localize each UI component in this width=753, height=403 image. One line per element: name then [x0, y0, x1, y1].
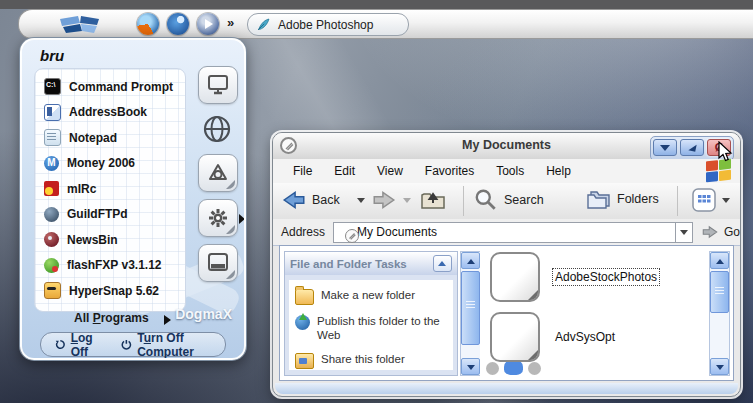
caption-buttons: Ø [650, 136, 734, 161]
thunderbird-icon[interactable] [167, 13, 189, 35]
my-documents-window: My Documents Ø FileEditViewFavoritesTool… [272, 132, 741, 397]
go-label: Go [724, 225, 740, 239]
close-button[interactable]: Ø [707, 139, 731, 156]
scrollbar-thumb[interactable] [461, 271, 480, 345]
program-item[interactable]: GuildFTPd [35, 202, 185, 228]
program-label: mIRc [67, 182, 96, 196]
start-button[interactable] [47, 11, 113, 37]
scroll-down-icon[interactable] [461, 358, 480, 375]
up-button[interactable] [419, 187, 447, 213]
task-panel: File and Folder Tasks Make a new folderP… [284, 251, 458, 376]
firefox-icon[interactable] [137, 13, 159, 35]
folder-tile-icon[interactable] [490, 312, 540, 362]
file-name[interactable]: AdobeStockPhotos [553, 269, 659, 285]
task-item[interactable]: Make a new folder [295, 288, 449, 305]
views-dropdown-icon[interactable] [722, 198, 730, 203]
start-menu-username: bru [40, 47, 64, 64]
network-globe-button[interactable] [198, 111, 236, 147]
desktop: » Adobe Photoshop bru Command PromptAddr… [0, 0, 753, 403]
task-label: Share this folder [321, 352, 405, 366]
go-button[interactable]: Go [700, 223, 740, 241]
display-icon [205, 251, 231, 275]
views-icon [691, 187, 717, 213]
folders-icon [585, 187, 612, 211]
menu-item-favorites[interactable]: Favorites [415, 161, 484, 181]
task-item[interactable]: Share this folder [295, 352, 449, 369]
dock-dot[interactable] [528, 362, 541, 375]
folders-label: Folders [617, 192, 659, 206]
scroll-down-icon[interactable] [710, 358, 729, 375]
settings-gear-icon [205, 206, 231, 230]
task-button-adobe-photoshop[interactable]: Adobe Photoshop [247, 13, 409, 36]
address-dropdown-button[interactable] [676, 222, 693, 243]
file-list: AdobeStockPhotosAdvSysOpt [480, 248, 710, 378]
log-off-button[interactable]: Log Off [55, 331, 105, 359]
menu-item-edit[interactable]: Edit [324, 161, 365, 181]
back-label: Back [312, 193, 340, 207]
folder-tile-icon[interactable] [490, 252, 540, 302]
program-item[interactable]: HyperSnap 5.62 [35, 278, 185, 304]
my-computer-icon [205, 73, 231, 97]
media-player-icon[interactable] [197, 13, 219, 35]
task-panel-body: Make a new folderPublish this folder to … [289, 280, 453, 370]
display-button[interactable] [198, 244, 238, 282]
scroll-up-icon[interactable] [461, 252, 480, 269]
mirc-icon [44, 181, 59, 196]
title-bar[interactable]: My Documents Ø [273, 133, 740, 160]
forward-button[interactable] [371, 187, 397, 213]
taskbar: » Adobe Photoshop [18, 9, 753, 39]
back-button[interactable]: Back [281, 187, 340, 213]
collapse-panel-icon[interactable] [433, 255, 452, 272]
settings-flyout-arrow-icon [239, 214, 245, 224]
task-panel-header[interactable]: File and Folder Tasks [285, 252, 457, 275]
program-label: Command Prompt [69, 80, 173, 94]
folders-button[interactable]: Folders [585, 187, 659, 211]
toolbar-separator [463, 186, 464, 216]
documents-button[interactable] [198, 154, 238, 192]
maximize-button[interactable] [680, 139, 704, 156]
program-label: NewsBin [67, 233, 118, 247]
menu-item-help[interactable]: Help [536, 161, 581, 181]
hypersnap-icon [44, 282, 61, 299]
all-programs-button[interactable]: All Programs [74, 311, 149, 325]
quick-launch-overflow-chevron[interactable]: » [227, 15, 234, 30]
turn-off-computer-button[interactable]: Turn Off Computer [121, 331, 225, 359]
search-button[interactable]: Search [473, 187, 544, 213]
back-icon [281, 187, 307, 213]
file-name[interactable]: AdvSysOpt [553, 329, 617, 345]
program-item[interactable]: NewsBin [35, 227, 185, 253]
menu-item-file[interactable]: File [283, 161, 322, 181]
program-item[interactable]: AddressBook [35, 100, 185, 126]
dock-dot[interactable] [486, 362, 499, 375]
windows-flag-icon [52, 11, 108, 37]
power-icon [121, 338, 132, 351]
program-item[interactable]: flashFXP v3.1.12 [35, 253, 185, 279]
program-item[interactable]: Command Prompt [35, 74, 185, 100]
start-menu: bru Command PromptAddressBookNotepadMone… [20, 38, 246, 360]
new-folder-icon [295, 289, 314, 305]
address-label: Address [281, 225, 325, 239]
publish-icon [295, 315, 310, 330]
task-item[interactable]: Publish this folder to the Web [295, 314, 449, 343]
program-item[interactable]: Money 2006 [35, 151, 185, 177]
forward-dropdown-icon[interactable] [403, 198, 411, 203]
address-combobox[interactable]: My Documents [333, 222, 676, 243]
file-item: AdobeStockPhotos [490, 252, 659, 302]
my-computer-button[interactable] [198, 66, 238, 104]
toolbar-spacer [573, 186, 574, 216]
back-dropdown-icon[interactable] [357, 198, 365, 203]
program-item[interactable]: mIRc [35, 176, 185, 202]
scrollbar-thumb[interactable] [710, 271, 729, 313]
menu-item-tools[interactable]: Tools [486, 161, 534, 181]
address-folder-icon [345, 229, 359, 243]
program-label: Notepad [69, 131, 117, 145]
menu-item-view[interactable]: View [367, 161, 413, 181]
program-list: Command PromptAddressBookNotepadMoney 20… [34, 68, 186, 312]
feather-icon [256, 17, 271, 32]
settings-button[interactable] [198, 199, 238, 237]
toolbar-separator-2 [677, 186, 678, 216]
scroll-up-icon[interactable] [710, 252, 729, 269]
views-button[interactable] [691, 187, 730, 213]
program-item[interactable]: Notepad [35, 125, 185, 151]
minimize-button[interactable] [653, 139, 677, 156]
